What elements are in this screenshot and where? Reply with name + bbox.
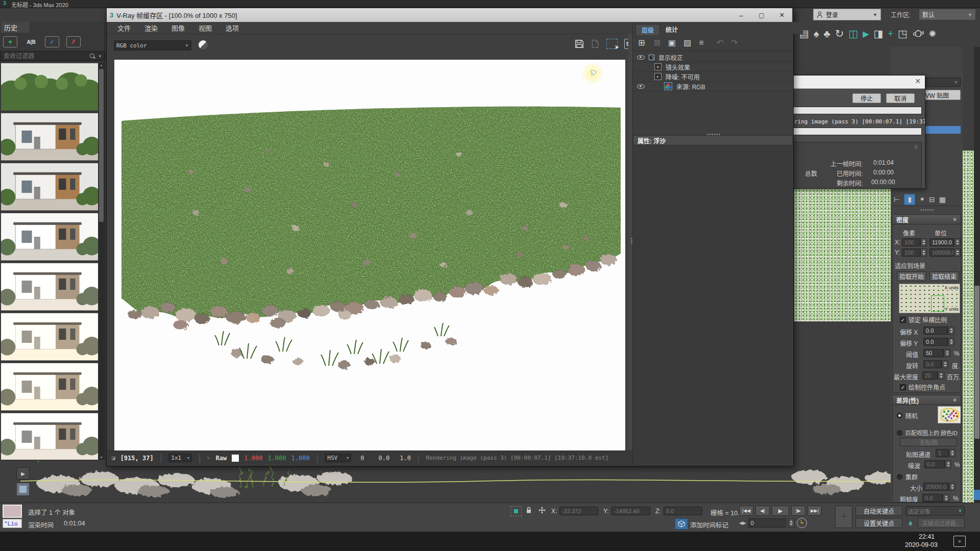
make-unique-icon[interactable]: ✶ [919, 195, 925, 203]
filter-caret-icon[interactable]: ▼ [98, 54, 102, 59]
layer-row-lens-effects[interactable]: + 镜头效果 [633, 62, 793, 72]
render-thumbnail[interactable] [1, 313, 98, 361]
noise-field[interactable]: 0.0 [924, 460, 945, 468]
vfb-title-bar[interactable]: 3 V-Ray 帧缓存区 - [100.0% of 1000 x 750] – … [107, 8, 792, 22]
save-image-icon[interactable] [575, 39, 584, 48]
threshold-spinner[interactable] [944, 349, 950, 357]
pin-icon[interactable]: ◪ [112, 455, 115, 461]
history-save-icon[interactable]: + [3, 36, 17, 47]
visibility-eye-icon[interactable] [637, 55, 645, 60]
arc-rotate-icon[interactable]: ↻ [835, 28, 844, 40]
vfb-splitter[interactable]: ••• [628, 34, 632, 450]
undo-icon[interactable]: ↶ [717, 38, 723, 47]
size-spinner[interactable] [949, 483, 955, 491]
cluster-radio-row[interactable]: 集群 [897, 472, 918, 481]
redo-icon[interactable]: ↷ [731, 38, 738, 47]
pin-stack-icon[interactable]: ⊢ [894, 195, 900, 204]
pixel-ratio-dropdown[interactable]: 1x1 ▼ [168, 454, 192, 462]
go-end-button[interactable]: ▶▶| [807, 506, 822, 516]
rotation-spinner[interactable] [942, 360, 948, 368]
minimize-button[interactable]: – [731, 9, 751, 22]
menu-render[interactable]: 渲染 [144, 23, 158, 33]
render-thumbnail[interactable] [1, 163, 98, 211]
add-time-tag[interactable]: 添加时间标记 [690, 520, 728, 530]
y-units-spinner[interactable] [954, 248, 961, 257]
dialog-title-bar[interactable]: ✕ [793, 76, 925, 89]
lock-aspect-row[interactable]: ✓ 锁定 纵横比例 [900, 315, 947, 324]
offset-x-field[interactable]: 0.0 [923, 327, 948, 335]
history-ab-compare-icon[interactable]: A|B [24, 37, 38, 47]
display-panel-icon[interactable]: ◳ [898, 28, 908, 40]
render-thumbnail[interactable] [1, 213, 98, 261]
channel-dropdown[interactable]: RGB color ▼ [114, 40, 191, 51]
color-swatch[interactable] [232, 455, 239, 462]
command-panel-scrollbar[interactable] [974, 47, 980, 503]
tab-stats[interactable]: 统计 [660, 24, 683, 35]
draw-corners-row[interactable]: ✓ 绘制控件角点 [900, 383, 945, 391]
layer-row-display-correction[interactable]: 显示校正 [633, 53, 793, 62]
time-config-clock-icon[interactable] [797, 518, 807, 528]
region-render-icon[interactable]: ➤ [606, 39, 618, 49]
render-thumbnail[interactable] [1, 413, 98, 460]
scroll-up-icon[interactable]: ▲ [100, 63, 103, 67]
dialog-close-icon[interactable]: ✕ [915, 77, 921, 85]
coord-y-field[interactable]: -14952.49 [611, 507, 650, 515]
frame-number-field[interactable]: 0 [748, 518, 786, 528]
layer-row-denoise[interactable]: ◐ 降噪: 不可用 [633, 72, 793, 82]
render-image-area[interactable]: ➤ [114, 60, 625, 450]
show-end-result-icon[interactable]: ▮ [904, 194, 915, 205]
roughness-field[interactable]: 0.0 [922, 494, 943, 502]
save-layers-icon[interactable]: ▣ [668, 38, 676, 47]
prev-frame-button[interactable]: ◀| [755, 506, 770, 516]
next-frame-button[interactable]: |▶ [791, 506, 805, 516]
rotation-field[interactable]: 0.0 [923, 360, 942, 368]
keyframe-icon[interactable]: ▶ [863, 29, 869, 39]
history-scrollbar[interactable]: ▲ ▼ [99, 63, 104, 460]
menu-options[interactable]: 选项 [226, 23, 239, 33]
stop-button[interactable]: 停止 [852, 93, 881, 103]
mini-play-button[interactable]: ▶ [16, 467, 30, 480]
noise-spinner[interactable] [945, 460, 951, 468]
go-start-button[interactable]: |◀◀ [739, 506, 753, 516]
add-layer-icon[interactable]: ⊞+ [638, 38, 646, 47]
history-filter-input[interactable] [3, 52, 90, 60]
play-button[interactable]: ▶ [772, 506, 789, 516]
no-map-button[interactable]: 无贴图 [900, 438, 957, 446]
menu-image[interactable]: 图像 [172, 23, 185, 33]
visibility-eye-icon[interactable] [637, 84, 645, 89]
load-layers-icon[interactable]: ▨ [683, 38, 691, 47]
render-thumbnail[interactable] [1, 263, 98, 311]
video-preview-icon[interactable]: ◨ [873, 28, 883, 40]
cancel-button[interactable]: 取消 [886, 93, 915, 103]
offset-y-spinner[interactable] [948, 338, 954, 346]
random-radio-row[interactable]: 随机 [897, 411, 918, 420]
panel-grip[interactable]: •••••• [920, 207, 934, 213]
match-radio-row[interactable]: 匹配视图上的 颜色ID [897, 429, 958, 437]
auto-key-button[interactable]: 自动关键点 [855, 506, 902, 516]
map-channel-field[interactable]: 1 [936, 449, 949, 457]
maximize-button[interactable]: ▢ [751, 9, 772, 22]
menu-view[interactable]: 视图 [199, 23, 212, 33]
random-radio[interactable] [897, 413, 902, 418]
density-rollout-header[interactable]: 密度 » [892, 214, 961, 224]
sphere-preview-icon[interactable] [199, 40, 208, 49]
history-set-a-icon[interactable]: ✓ [45, 36, 59, 47]
offset-x-spinner[interactable] [948, 327, 954, 335]
y-units-field[interactable]: 100000.0 [929, 248, 954, 257]
mini-curve-swatch[interactable] [3, 505, 22, 518]
threshold-field[interactable]: 50 [923, 349, 944, 357]
search-icon[interactable] [90, 54, 95, 59]
history-tab[interactable]: 历史 [1, 22, 30, 33]
pick-start-button[interactable]: 拾取开始 [897, 271, 926, 281]
layer-row-source[interactable]: 来源: RGB [633, 82, 793, 91]
key-filters-button[interactable]: 关键点过滤器... [918, 518, 965, 528]
x-pixels-spinner[interactable] [920, 238, 927, 246]
load-image-icon[interactable] [591, 39, 600, 48]
delete-layer-icon[interactable]: ⊠ [654, 38, 660, 47]
size-field[interactable]: 20000.0 [923, 483, 949, 491]
x-units-field[interactable]: 11900.0 [929, 238, 954, 246]
scroll-down-icon[interactable]: ▼ [100, 456, 103, 459]
render-teapot-icon[interactable] [912, 30, 924, 38]
mini-layout-button[interactable] [16, 483, 30, 496]
coord-z-field[interactable]: 0.0 [664, 507, 702, 515]
